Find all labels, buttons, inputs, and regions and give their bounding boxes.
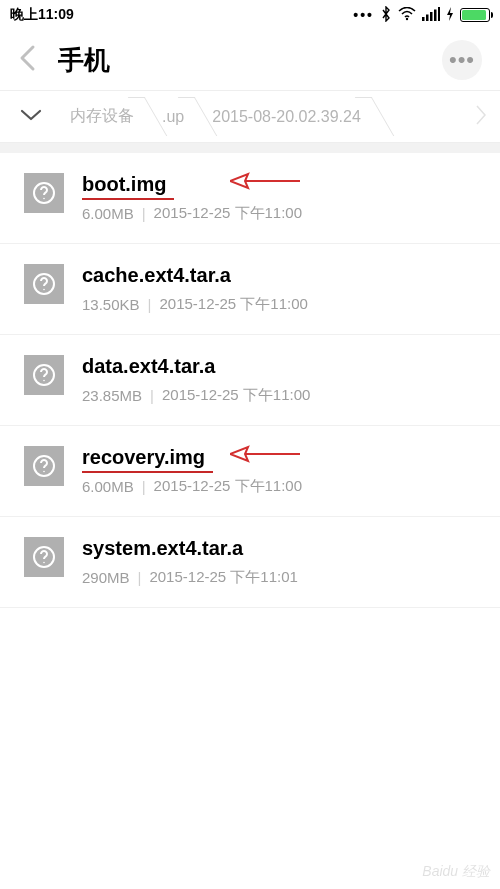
file-meta: 13.50KB|2015-12-25 下午11:00: [82, 295, 482, 314]
file-date: 2015-12-25 下午11:00: [154, 204, 302, 223]
wifi-icon: [398, 7, 416, 24]
file-info: cache.ext4.tar.a13.50KB|2015-12-25 下午11:…: [82, 264, 482, 314]
svg-rect-1: [422, 17, 425, 21]
svg-marker-17: [230, 447, 248, 461]
annotation-arrow-icon: [230, 171, 300, 191]
file-info: data.ext4.tar.a23.85MB|2015-12-25 下午11:0…: [82, 355, 482, 405]
unknown-file-icon: [24, 264, 64, 304]
file-item[interactable]: boot.img6.00MB|2015-12-25 下午11:00: [0, 153, 500, 244]
chevron-down-icon: [19, 108, 43, 122]
title-bar: 手机 •••: [0, 30, 500, 90]
svg-point-15: [43, 471, 45, 473]
svg-rect-5: [438, 7, 440, 21]
file-size: 290MB: [82, 569, 130, 586]
breadcrumb-dropdown[interactable]: [6, 108, 56, 126]
charging-icon: [446, 7, 454, 24]
file-size: 6.00MB: [82, 205, 134, 222]
file-name: boot.img: [82, 173, 166, 196]
file-date: 2015-12-25 下午11:00: [154, 477, 302, 496]
svg-marker-9: [230, 174, 248, 188]
status-bar: 晚上11:09 •••: [0, 0, 500, 30]
status-time: 晚上11:09: [10, 6, 74, 24]
svg-point-19: [43, 562, 45, 564]
file-name: data.ext4.tar.a: [82, 355, 215, 378]
file-date: 2015-12-25 下午11:00: [159, 295, 307, 314]
chevron-right-icon: [474, 101, 488, 129]
back-button[interactable]: [18, 44, 58, 76]
svg-point-13: [43, 380, 45, 382]
more-button[interactable]: •••: [442, 40, 482, 80]
file-item[interactable]: recovery.img6.00MB|2015-12-25 下午11:00: [0, 426, 500, 517]
annotation-arrow-icon: [230, 444, 300, 464]
bluetooth-icon: [380, 6, 392, 25]
file-item[interactable]: cache.ext4.tar.a13.50KB|2015-12-25 下午11:…: [0, 244, 500, 335]
file-info: system.ext4.tar.a290MB|2015-12-25 下午11:0…: [82, 537, 482, 587]
more-horizontal-icon: •••: [449, 47, 475, 73]
file-size: 6.00MB: [82, 478, 134, 495]
more-dots-icon: •••: [353, 7, 374, 23]
file-meta: 23.85MB|2015-12-25 下午11:00: [82, 386, 482, 405]
svg-rect-2: [426, 14, 429, 21]
file-item[interactable]: data.ext4.tar.a23.85MB|2015-12-25 下午11:0…: [0, 335, 500, 426]
file-meta: 6.00MB|2015-12-25 下午11:00: [82, 204, 482, 223]
file-meta: 6.00MB|2015-12-25 下午11:00: [82, 477, 482, 496]
breadcrumb-item-2[interactable]: 2015-08-20.02.39.24: [198, 91, 375, 142]
file-list: boot.img6.00MB|2015-12-25 下午11:00cache.e…: [0, 142, 500, 608]
file-size: 23.85MB: [82, 387, 142, 404]
file-size: 13.50KB: [82, 296, 140, 313]
file-date: 2015-12-25 下午11:00: [162, 386, 310, 405]
breadcrumb-scroll-right[interactable]: [474, 101, 494, 133]
battery-icon: [460, 8, 490, 22]
breadcrumb-item-1[interactable]: .up: [148, 91, 198, 142]
page-title: 手机: [58, 43, 442, 78]
signal-icon: [422, 7, 440, 24]
file-name: system.ext4.tar.a: [82, 537, 243, 560]
file-meta: 290MB|2015-12-25 下午11:01: [82, 568, 482, 587]
watermark: Baidu 经验: [422, 863, 490, 881]
unknown-file-icon: [24, 355, 64, 395]
svg-rect-3: [430, 12, 433, 21]
svg-point-7: [43, 198, 45, 200]
file-name: recovery.img: [82, 446, 205, 469]
svg-point-0: [406, 17, 408, 19]
unknown-file-icon: [24, 537, 64, 577]
file-name: cache.ext4.tar.a: [82, 264, 231, 287]
unknown-file-icon: [24, 446, 64, 486]
svg-point-11: [43, 289, 45, 291]
file-item[interactable]: system.ext4.tar.a290MB|2015-12-25 下午11:0…: [0, 517, 500, 608]
file-date: 2015-12-25 下午11:01: [149, 568, 297, 587]
breadcrumb: 内存设备 .up 2015-08-20.02.39.24: [0, 90, 500, 142]
unknown-file-icon: [24, 173, 64, 213]
breadcrumb-item-0[interactable]: 内存设备: [56, 91, 148, 142]
svg-rect-4: [434, 9, 437, 21]
status-icons: •••: [353, 6, 490, 25]
